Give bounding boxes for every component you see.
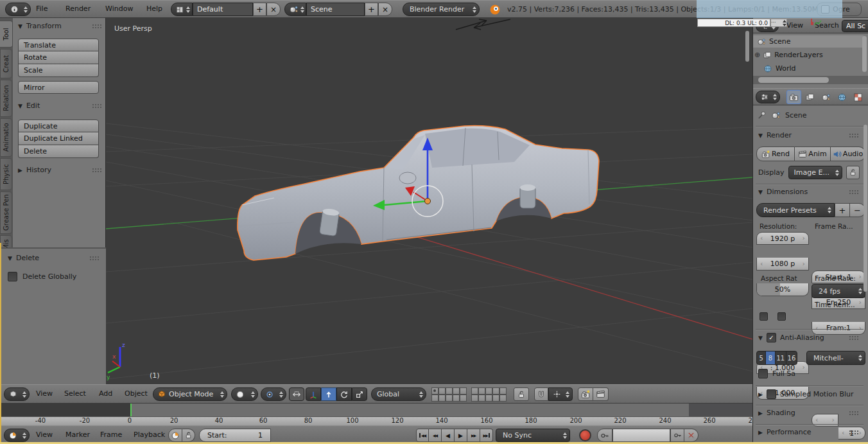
scale-manipulator-button[interactable] (352, 387, 367, 401)
menu-file[interactable]: File (33, 1, 50, 17)
full-sample-row[interactable]: Full Sa (758, 369, 795, 378)
layer-toggle[interactable] (492, 387, 499, 395)
shelf-tab-tools[interactable]: Tool (0, 21, 13, 48)
aa-samples-8[interactable]: 8 (766, 351, 775, 364)
editor-type-selector-timeline[interactable] (4, 429, 30, 442)
jump-to-end-button[interactable]: ▶▶ (480, 429, 493, 442)
shelf-tab-create[interactable]: Creat (0, 49, 12, 78)
delete-layout-button[interactable]: × (266, 3, 281, 16)
panel-grip-icon[interactable] (92, 103, 101, 109)
info-editor-selector[interactable] (5, 3, 31, 16)
layer-toggle[interactable] (431, 395, 438, 402)
menu-view[interactable]: View (33, 386, 55, 402)
panel-grip-icon[interactable] (92, 168, 101, 173)
outliner-row-scene[interactable]: Scene (753, 35, 864, 48)
panel-grip-icon[interactable] (849, 430, 858, 435)
border-checkbox[interactable] (759, 312, 768, 321)
shelf-tab-grease-pencil[interactable]: Grease Pen (0, 191, 12, 234)
expand-icon[interactable]: ⊕ (754, 51, 760, 59)
timeline-menu-frame[interactable]: Frame (98, 427, 125, 443)
layer-toggle[interactable] (471, 395, 478, 402)
outliner-hscrollbar-thumb[interactable] (758, 77, 829, 83)
current-frame-line[interactable] (130, 404, 132, 416)
record-button[interactable] (579, 429, 591, 441)
aa-samples-5[interactable]: 5 (757, 351, 766, 364)
ruler-number-strip[interactable]: -40 -20 0 20 40 60 80 100 120 140 160 18… (0, 416, 752, 425)
outliner-scope-selector[interactable]: All Sc (842, 20, 868, 32)
shelf-tab-relations[interactable]: Relation (0, 80, 12, 117)
start-frame-field[interactable]: Start: 1 (199, 429, 271, 442)
pin-icon[interactable] (757, 111, 767, 120)
manipulator-toggle[interactable] (289, 387, 304, 401)
menu-render[interactable]: Render (63, 1, 93, 17)
add-layout-button[interactable]: + (253, 3, 266, 16)
layer-toggle[interactable] (446, 387, 453, 395)
panel-grip-icon[interactable] (89, 256, 99, 261)
viewport-scrollbar[interactable] (745, 31, 749, 62)
layer-toggle[interactable] (453, 387, 460, 395)
layer-toggle[interactable] (499, 395, 507, 402)
network-monitor-menu-box[interactable]: ··· (770, 19, 787, 27)
aa-filter-selector[interactable]: Mitchell- (806, 351, 865, 365)
layer-toggle[interactable] (453, 395, 460, 402)
scene-lock-button[interactable] (514, 387, 529, 401)
layer-toggle[interactable] (471, 387, 478, 395)
translate-manipulator-button[interactable] (321, 387, 336, 401)
opengl-render-still-button[interactable] (578, 387, 593, 401)
frame-rate-selector[interactable]: 24 fps (812, 284, 865, 298)
render-audio-button[interactable]: Audio (831, 147, 865, 161)
layer-toggle[interactable] (492, 395, 499, 402)
panel-grip-icon[interactable] (849, 335, 858, 341)
delete-button[interactable]: Delete (18, 145, 99, 158)
opengl-render-anim-button[interactable] (593, 387, 609, 401)
mode-selector[interactable]: Object Mode (153, 387, 227, 401)
anti-aliasing-checkbox[interactable]: ✓ (767, 333, 776, 342)
layer-toggle[interactable] (460, 395, 467, 402)
jump-to-start-button[interactable]: ◀◀ (416, 429, 429, 442)
jump-prev-keyframe-button[interactable]: ◀◀ (429, 429, 442, 442)
panel-grip-icon[interactable] (849, 190, 858, 195)
outliner-row-world[interactable]: World (753, 62, 864, 75)
properties-tab-render-layers[interactable] (803, 90, 817, 104)
menu-window[interactable]: Window (103, 1, 135, 17)
3d-viewport[interactable]: z x y User Persp (1) (106, 18, 752, 384)
play-reverse-button[interactable]: ◀ (442, 429, 455, 442)
duplicate-button[interactable]: Duplicate (18, 120, 99, 132)
sync-mode-selector[interactable]: No Sync (496, 429, 570, 442)
manipulator-axes-button[interactable] (306, 387, 321, 401)
rotate-manipulator-button[interactable] (336, 387, 352, 401)
menu-help[interactable]: Help (144, 1, 165, 17)
render-still-button[interactable]: Rend (756, 147, 795, 161)
menu-add[interactable]: Add (96, 386, 115, 402)
layer-toggle[interactable] (438, 387, 446, 395)
translate-button[interactable]: Translate (18, 39, 99, 51)
screen-layout-selector[interactable] (171, 3, 193, 16)
car-body[interactable] (238, 126, 599, 260)
properties-tab-world[interactable] (835, 90, 849, 104)
dimensions-panel-header[interactable]: ▼ Dimensions (758, 188, 864, 196)
timeline-menu-marker[interactable]: Marker (63, 427, 92, 443)
properties-tab-render[interactable] (786, 90, 801, 104)
panel-grip-icon[interactable] (92, 24, 101, 29)
properties-tab-scene[interactable] (819, 90, 833, 104)
layer-toggle[interactable] (478, 387, 485, 395)
snap-toggle-button[interactable] (534, 387, 548, 401)
add-preset-button[interactable]: + (835, 203, 850, 217)
resolution-y-field[interactable]: 1080 p (756, 258, 809, 271)
duplicate-linked-button[interactable]: Duplicate Linked (18, 132, 99, 145)
add-scene-button[interactable]: + (365, 3, 378, 16)
car-model[interactable] (238, 126, 599, 260)
operator-panel-header[interactable]: ▼ Delete (8, 254, 99, 262)
editor-type-selector-3d[interactable] (4, 387, 30, 401)
screen-layout-name-field[interactable]: Default (193, 3, 253, 16)
delete-keyframe-button[interactable] (684, 429, 699, 442)
layer-toggle[interactable] (485, 395, 492, 402)
layer-toggle[interactable] (478, 395, 485, 402)
display-lock-button[interactable] (846, 166, 860, 179)
anti-aliasing-panel-header[interactable]: ▼ ✓ Anti-Aliasing (758, 333, 864, 342)
aa-samples-16[interactable]: 16 (786, 351, 797, 364)
scene-selector[interactable] (284, 3, 306, 16)
edit-panel-header[interactable]: ▼ Edit (18, 102, 101, 110)
mirror-button[interactable]: Mirror (18, 81, 99, 94)
layer-toggle[interactable] (485, 387, 492, 395)
